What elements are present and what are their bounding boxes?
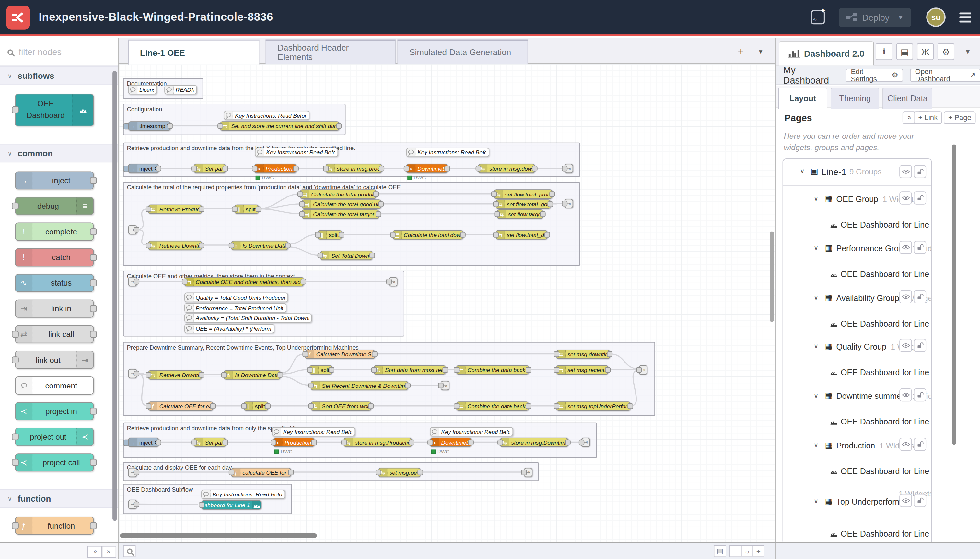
flow-node-downtimedata[interactable]: ◗DowntimeData bbox=[406, 164, 447, 173]
node-port[interactable] bbox=[636, 367, 642, 372]
node-output-port[interactable] bbox=[627, 404, 633, 409]
node-output-port[interactable] bbox=[90, 305, 97, 312]
node-output-port[interactable] bbox=[607, 351, 612, 357]
flow-node-set-recent-downtime-downtime-summary-to[interactable]: ⇆Set Recent Downtime & Downtime summary … bbox=[310, 380, 408, 390]
node-port[interactable] bbox=[134, 371, 139, 377]
node-input-port[interactable] bbox=[390, 232, 395, 237]
palette-node-link-out[interactable]: ⇥link out bbox=[15, 351, 94, 369]
node-port[interactable] bbox=[562, 201, 568, 206]
node-input-port[interactable] bbox=[302, 351, 308, 357]
tree-widget-row[interactable]: OEE Dashboard for Line 1 bbox=[783, 267, 932, 282]
node-output-port[interactable] bbox=[328, 367, 334, 372]
link-out-node[interactable]: ⇥ bbox=[581, 438, 590, 447]
node-input-port[interactable] bbox=[554, 351, 559, 357]
node-input-port[interactable] bbox=[145, 243, 151, 248]
node-port[interactable] bbox=[134, 470, 139, 475]
sidebar-tab-dashboard[interactable]: Dashboard 2.0 bbox=[779, 41, 874, 66]
node-output-port[interactable] bbox=[532, 166, 537, 171]
sidebar-subtab-theming[interactable]: Theming bbox=[831, 88, 879, 109]
tree-group-row-performance-group[interactable]: ∨▦Performance Group1 Widgets bbox=[783, 241, 932, 256]
node-output-port[interactable] bbox=[605, 367, 610, 372]
node-output-port[interactable] bbox=[155, 440, 161, 445]
comment-node-key-instructions-read-before-proceeding[interactable]: Key Instructions: Read Before Proceeding bbox=[406, 147, 489, 157]
flow-node-store-in-msg-downtime-data[interactable]: ⇆store in msg.downtime_data bbox=[478, 164, 535, 173]
node-input-port[interactable] bbox=[145, 404, 151, 409]
flow-node-set-flow-total-downtime[interactable]: ⇆set flow.total_downtime bbox=[495, 230, 547, 240]
node-input-port[interactable] bbox=[454, 404, 459, 409]
comment-node-performance-total-produced-units-total-t[interactable]: Performance = Total Produced Units / Tot… bbox=[185, 303, 286, 313]
flow-node-retrieve-downtime-data[interactable]: ⇆Retrieve Downtime Data bbox=[148, 241, 202, 250]
palette-node-oee-dashboard[interactable]: OEE Dashboard bbox=[15, 94, 94, 126]
flow-node-calculate-oee-for-each-machine[interactable]: ƒCalculate OEE for each machine bbox=[148, 402, 213, 411]
inject-button[interactable] bbox=[123, 439, 129, 445]
node-output-port[interactable] bbox=[339, 232, 344, 237]
visibility-eye-button[interactable] bbox=[899, 241, 912, 254]
flow-node-store-in-msg-downtimedata[interactable]: ⇆store in msg.DowntimeData bbox=[500, 438, 568, 447]
node-input-port[interactable] bbox=[221, 372, 227, 377]
node-output-port[interactable] bbox=[277, 372, 283, 377]
zoom-reset-button[interactable]: ○ bbox=[741, 546, 752, 557]
node-output-port[interactable] bbox=[168, 123, 173, 129]
node-output-port[interactable] bbox=[372, 351, 377, 357]
flow-canvas[interactable]: DocumentationConfigurationRetrieve produ… bbox=[119, 64, 775, 542]
node-output-port[interactable] bbox=[90, 407, 97, 414]
ai-assistant-icon[interactable]: ✦∿ bbox=[810, 10, 825, 24]
collapse-all-button[interactable]: » bbox=[902, 111, 915, 124]
node-output-port[interactable] bbox=[90, 177, 97, 184]
node-input-port[interactable] bbox=[12, 106, 19, 113]
node-port[interactable] bbox=[579, 440, 584, 445]
unlock-button[interactable] bbox=[914, 241, 927, 254]
node-output-port[interactable] bbox=[379, 166, 384, 171]
flow-node-split[interactable]: ∥split bbox=[310, 365, 332, 374]
comment-node-readme[interactable]: README bbox=[164, 85, 197, 94]
canvas-horizontal-scrollbar[interactable] bbox=[120, 533, 317, 538]
flow-node-calculate-oee-for-each-day[interactable]: ƒcalculate OEE for each day bbox=[231, 468, 291, 477]
flow-node-calculate-the-total-produced-units-today[interactable]: ▤Calculate the total produced units toda… bbox=[300, 189, 376, 199]
node-input-port[interactable] bbox=[299, 201, 305, 207]
node-input-port[interactable] bbox=[376, 470, 381, 475]
add-flow-button[interactable]: ＋ bbox=[733, 45, 749, 58]
palette-expand-all-button[interactable]: » bbox=[102, 546, 116, 558]
palette-node-catch[interactable]: !catch bbox=[15, 248, 94, 266]
flow-node-combine-the-data-back-into-an-array[interactable]: ⇇Combine the data back into an array. bbox=[456, 365, 529, 374]
link-out-node[interactable]: ⇥ bbox=[564, 164, 573, 173]
flow-node-split[interactable]: ∥split bbox=[234, 205, 259, 214]
tree-widget-row[interactable]: OEE Dashboard for Line 1 bbox=[783, 464, 932, 479]
comment-node-key-instructions-read-before-proceeding[interactable]: Key Instructions: Read Before Proceeding bbox=[430, 427, 513, 437]
flow-node-productiondata[interactable]: ◗ProductionData bbox=[273, 438, 314, 447]
node-input-port[interactable] bbox=[229, 243, 234, 248]
node-input-port[interactable] bbox=[297, 191, 303, 197]
node-output-port[interactable] bbox=[199, 372, 204, 377]
node-output-port[interactable] bbox=[378, 201, 384, 207]
unlock-button[interactable] bbox=[914, 339, 927, 352]
node-red-logo[interactable] bbox=[6, 5, 30, 29]
flow-list-caret[interactable]: ▾ bbox=[752, 45, 769, 58]
link-in-node[interactable]: ⇥ bbox=[128, 468, 137, 477]
node-port[interactable] bbox=[438, 383, 444, 388]
node-input-port[interactable] bbox=[241, 404, 247, 409]
node-output-port[interactable] bbox=[368, 404, 374, 409]
node-output-port[interactable] bbox=[199, 243, 204, 248]
node-input-port[interactable] bbox=[493, 201, 499, 207]
node-port[interactable] bbox=[386, 279, 392, 284]
node-output-port[interactable] bbox=[376, 212, 381, 217]
unlock-button[interactable] bbox=[914, 389, 927, 402]
flow-node-set-msg-downtimesummery[interactable]: ⇆set msg.downtimeSummery bbox=[556, 349, 610, 359]
flow-node-downtimedata[interactable]: ◗DowntimeData bbox=[430, 438, 471, 447]
tree-group-row-quality-group[interactable]: ∨▦Quality Group1 Widgets bbox=[783, 339, 932, 354]
visibility-eye-button[interactable] bbox=[899, 389, 912, 402]
deploy-button[interactable]: Deploy ▼ bbox=[838, 8, 911, 26]
node-output-port[interactable] bbox=[547, 201, 553, 207]
node-input-port[interactable] bbox=[476, 166, 481, 171]
flow-node-timestamp[interactable]: →timestamp ¹ bbox=[128, 121, 170, 131]
palette-filter[interactable]: filter nodes bbox=[0, 38, 118, 66]
node-output-port[interactable] bbox=[311, 440, 317, 445]
add-link-button[interactable]: + Link bbox=[914, 111, 942, 124]
node-output-port[interactable] bbox=[370, 253, 375, 258]
tree-widget-row[interactable]: OEE Dashboard for Line 1 bbox=[783, 415, 932, 430]
flow-node-calculate-the-total-downtime-duration[interactable]: ▤Calculate the total downtime duration bbox=[393, 230, 463, 240]
node-output-port[interactable] bbox=[417, 470, 423, 475]
node-port[interactable] bbox=[562, 166, 568, 171]
flow-node-split[interactable]: ∥split bbox=[318, 230, 342, 240]
node-output-port[interactable] bbox=[90, 253, 97, 260]
